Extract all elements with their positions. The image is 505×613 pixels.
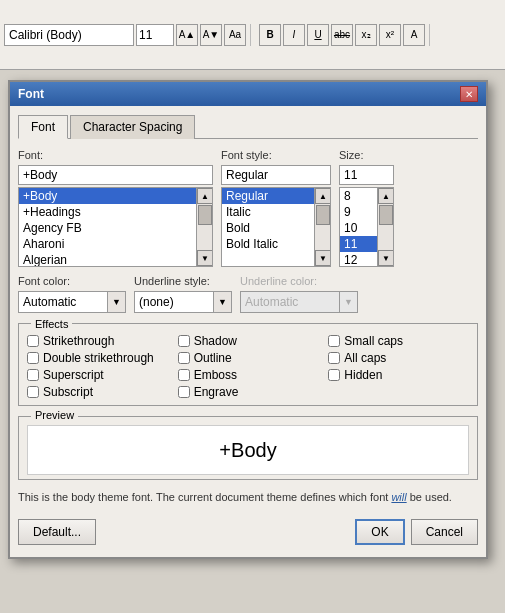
strikethrough-button[interactable]: abc: [331, 24, 353, 46]
clear-format-button[interactable]: A: [403, 24, 425, 46]
bold-button[interactable]: B: [259, 24, 281, 46]
superscript-button[interactable]: x²: [379, 24, 401, 46]
font-name-section: A▲ A▼ Aa: [4, 24, 251, 46]
underline-button[interactable]: U: [307, 24, 329, 46]
font-size-input[interactable]: [136, 24, 174, 46]
shrink-font-button[interactable]: A▼: [200, 24, 222, 46]
toolbar: A▲ A▼ Aa B I U abc x₂ x² A: [0, 0, 505, 70]
change-case-button[interactable]: Aa: [224, 24, 246, 46]
italic-button[interactable]: I: [283, 24, 305, 46]
grow-font-button[interactable]: A▲: [176, 24, 198, 46]
font-name-input[interactable]: [4, 24, 134, 46]
format-section: B I U abc x₂ x² A: [259, 24, 430, 46]
subscript-button[interactable]: x₂: [355, 24, 377, 46]
